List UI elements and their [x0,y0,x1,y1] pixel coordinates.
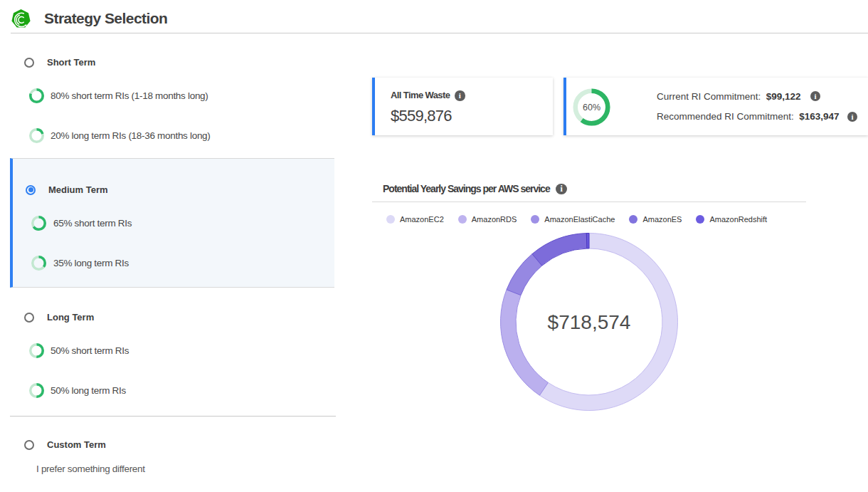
svg-text:60%: 60% [583,103,600,112]
